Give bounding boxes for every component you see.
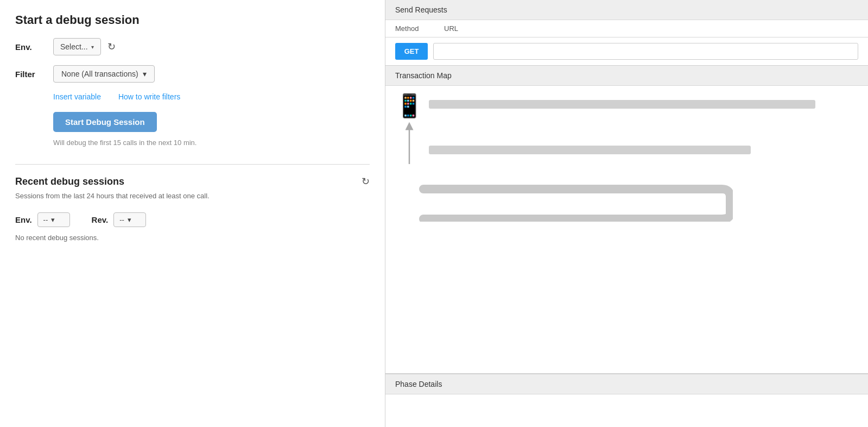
links-row: Insert variable How to write filters bbox=[53, 92, 370, 101]
env-select2-value: -- bbox=[43, 216, 48, 224]
method-url-header-row: Method URL bbox=[385, 20, 868, 37]
how-to-write-filters-link[interactable]: How to write filters bbox=[118, 92, 180, 101]
curve-arrow-area bbox=[385, 178, 868, 229]
url-column-header: URL bbox=[444, 24, 458, 33]
left-panel: Start a debug session Env. Select... ▾ ↻… bbox=[0, 0, 385, 427]
env-select-value: Select... bbox=[60, 42, 88, 51]
transaction-map-header: Transaction Map bbox=[385, 66, 868, 86]
send-requests-header: Send Requests bbox=[385, 0, 868, 20]
get-method-button[interactable]: GET bbox=[395, 43, 428, 60]
recent-refresh-icon[interactable]: ↻ bbox=[362, 175, 370, 187]
rev-select[interactable]: -- ▾ bbox=[113, 212, 146, 227]
no-sessions-text: No recent debug sessions. bbox=[15, 234, 370, 242]
transaction-map-section: Transaction Map 📱 bbox=[385, 66, 868, 374]
phase-details-header: Phase Details bbox=[385, 374, 868, 394]
insert-variable-link[interactable]: Insert variable bbox=[53, 92, 101, 101]
transaction-map-body: 📱 bbox=[385, 86, 868, 178]
transaction-curve-svg bbox=[418, 178, 733, 222]
recent-sessions-description: Sessions from the last 24 hours that rec… bbox=[15, 191, 370, 202]
transaction-bar-2 bbox=[429, 146, 751, 154]
debug-hint-text: Will debug the first 15 calls in the nex… bbox=[53, 139, 370, 147]
rev-chevron-icon: ▾ bbox=[128, 216, 131, 224]
arrow-up-icon bbox=[402, 121, 417, 169]
send-requests-section: Send Requests Method URL GET bbox=[385, 0, 868, 66]
method-column-header: Method bbox=[395, 24, 428, 33]
filter-select[interactable]: None (All transactions) ▾ bbox=[53, 65, 155, 83]
env-label2: Env. bbox=[15, 215, 32, 224]
env-chevron-icon: ▾ bbox=[51, 216, 55, 224]
filter-select-value: None (All transactions) bbox=[61, 70, 138, 78]
start-debug-session-button[interactable]: Start Debug Session bbox=[53, 112, 157, 132]
recent-sessions-title: Recent debug sessions bbox=[15, 176, 124, 187]
page-title: Start a debug session bbox=[15, 13, 370, 27]
method-url-input-row: GET bbox=[385, 37, 868, 65]
filter-label: Filter bbox=[15, 70, 53, 79]
env-label: Env. bbox=[15, 42, 53, 52]
env-select2[interactable]: -- ▾ bbox=[37, 212, 70, 227]
phone-icon: 📱 bbox=[395, 95, 423, 117]
chevron-down-icon: ▾ bbox=[91, 44, 94, 50]
phase-details-section: Phase Details bbox=[385, 374, 868, 427]
phase-details-body bbox=[385, 394, 868, 427]
env-row: Env. Select... ▾ ↻ bbox=[15, 38, 370, 55]
recent-debug-header: Recent debug sessions ↻ bbox=[15, 175, 370, 187]
right-panel: Send Requests Method URL GET Transaction… bbox=[385, 0, 868, 427]
phone-column: 📱 bbox=[395, 95, 423, 169]
rev-select-value: -- bbox=[119, 216, 124, 224]
rev-label: Rev. bbox=[92, 215, 109, 224]
env-rev-row: Env. -- ▾ Rev. -- ▾ bbox=[15, 212, 370, 227]
section-divider bbox=[15, 164, 370, 165]
transaction-lines bbox=[429, 95, 858, 154]
filter-chevron-icon: ▾ bbox=[143, 70, 147, 78]
env-refresh-icon[interactable]: ↻ bbox=[107, 41, 116, 53]
env-select[interactable]: Select... ▾ bbox=[53, 38, 101, 55]
url-input[interactable] bbox=[433, 43, 858, 60]
transaction-bar-1 bbox=[429, 100, 815, 109]
filter-row: Filter None (All transactions) ▾ bbox=[15, 65, 370, 83]
